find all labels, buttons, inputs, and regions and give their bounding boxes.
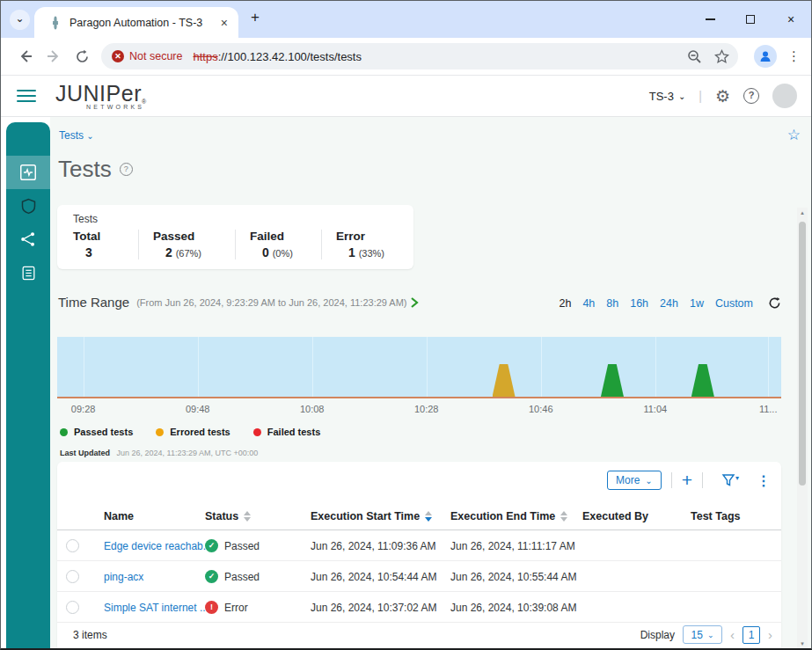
- current-page[interactable]: 1: [743, 626, 760, 644]
- toolbar-divider: [702, 472, 703, 488]
- browser-profile-avatar[interactable]: [754, 45, 777, 68]
- test-name-link[interactable]: Simple SAT internet ...: [104, 602, 208, 614]
- metric-percent: (67%): [176, 248, 201, 259]
- page-size-select[interactable]: 15⌄: [683, 625, 722, 644]
- breadcrumb-chevron-icon: ⌄: [86, 131, 93, 141]
- breadcrumb[interactable]: Tests ⌄: [59, 129, 94, 142]
- sidebar-item-topology[interactable]: [6, 223, 50, 256]
- scrollbar-thumb[interactable]: [799, 222, 806, 486]
- x-tick-label: 10:46: [529, 404, 553, 414]
- zoom-out-icon[interactable]: [687, 49, 702, 64]
- main-panel: Tests ⌄ ☆ Tests ? Tests Total 3 Passed 2…: [50, 117, 811, 649]
- chart-peak-errored-tests: [493, 364, 516, 397]
- scroll-up-icon[interactable]: ▴: [797, 209, 808, 216]
- metric-label: Error: [336, 230, 397, 243]
- x-tick-label: 10:08: [300, 404, 325, 414]
- metric-percent: (0%): [273, 248, 293, 259]
- col-header-name[interactable]: Name: [104, 510, 134, 522]
- sort-icon[interactable]: [244, 511, 251, 522]
- vertical-scrollbar[interactable]: ▴ ▾: [797, 208, 808, 649]
- sidebar-item-dashboard[interactable]: [6, 156, 50, 189]
- row-select-radio[interactable]: [66, 539, 79, 552]
- preset-1w[interactable]: 1w: [690, 297, 704, 310]
- window-maximize-button[interactable]: [730, 1, 771, 38]
- col-header-end-time[interactable]: Execution End Time: [450, 510, 567, 522]
- tests-chart[interactable]: [57, 337, 781, 398]
- more-button[interactable]: More⌄: [607, 471, 662, 490]
- legend-label: Errored tests: [170, 427, 230, 437]
- sort-icon[interactable]: [425, 511, 432, 522]
- preset-4h[interactable]: 4h: [582, 297, 595, 310]
- refresh-icon[interactable]: [768, 296, 781, 310]
- display-label: Display: [640, 629, 675, 641]
- new-tab-button[interactable]: +: [251, 9, 260, 26]
- scroll-down-icon[interactable]: ▾: [797, 640, 808, 647]
- prev-page-icon[interactable]: ‹: [730, 627, 735, 642]
- bookmark-star-icon[interactable]: [714, 49, 729, 64]
- col-header-executed-by[interactable]: Executed By: [582, 510, 648, 522]
- metric-percent: (33%): [359, 248, 384, 259]
- add-test-icon[interactable]: +: [682, 471, 692, 489]
- settings-gear-icon[interactable]: ⚙: [715, 86, 730, 106]
- table-row[interactable]: ping-acx ✓Passed Jun 26, 2024, 10:54:44 …: [57, 561, 781, 592]
- url-text[interactable]: https://100.123.42.100/tests/tests: [193, 50, 680, 63]
- row-select-radio[interactable]: [66, 570, 79, 583]
- not-secure-icon[interactable]: ✕: [112, 50, 124, 62]
- address-bar[interactable]: ✕ Not secure https://100.123.42.100/test…: [101, 43, 738, 69]
- metric-label: Failed: [250, 230, 309, 243]
- preset-2h[interactable]: 2h: [560, 297, 572, 310]
- browser-tab[interactable]: Paragon Automation - TS-3 ×: [34, 7, 238, 38]
- sidebar-item-reports[interactable]: [6, 256, 50, 289]
- passed-check-icon: ✓: [205, 570, 218, 583]
- test-name-link[interactable]: ping-acx: [104, 571, 143, 583]
- start-time: Jun 26, 2024, 10:54:44 AM: [311, 571, 436, 583]
- end-time: Jun 26, 2024, 10:39:08 AM: [450, 602, 576, 614]
- preset-8h[interactable]: 8h: [606, 297, 618, 310]
- filter-caret-icon: ▾: [735, 474, 739, 482]
- chart-gridline: [541, 337, 542, 397]
- user-avatar[interactable]: [772, 84, 797, 108]
- col-header-test-tags[interactable]: Test Tags: [691, 510, 741, 522]
- breadcrumb-label: Tests: [59, 129, 84, 142]
- tab-close-icon[interactable]: ×: [219, 16, 230, 30]
- table-menu-icon[interactable]: ⋮: [757, 472, 771, 489]
- reload-icon[interactable]: [68, 42, 96, 70]
- shield-icon: [19, 197, 38, 215]
- preset-24h[interactable]: 24h: [660, 297, 678, 310]
- chevron-down-icon: ⌄: [645, 476, 652, 486]
- metric-value: 2: [165, 245, 172, 259]
- back-icon[interactable]: [11, 42, 40, 70]
- col-header-start-time[interactable]: Execution Start Time: [311, 510, 432, 522]
- row-select-radio[interactable]: [66, 601, 79, 614]
- tab-search-chevron-icon[interactable]: ⌄: [10, 10, 30, 30]
- chart-x-axis: 09:2809:4810:0810:2810:4611:0411...: [57, 404, 781, 416]
- summary-card-title: Tests: [73, 213, 413, 225]
- expand-range-icon[interactable]: [409, 297, 420, 308]
- col-header-status[interactable]: Status: [205, 510, 251, 522]
- help-icon[interactable]: ?: [743, 88, 759, 104]
- end-time: Jun 26, 2024, 11:11:17 AM: [450, 540, 575, 552]
- filter-icon[interactable]: ▾: [721, 473, 739, 487]
- forward-icon[interactable]: [40, 42, 68, 70]
- more-label: More: [616, 474, 640, 486]
- preset-custom[interactable]: Custom: [715, 297, 753, 310]
- metric-value: 0: [262, 245, 269, 259]
- table-row[interactable]: Edge device reachab... ✓Passed Jun 26, 2…: [57, 530, 781, 561]
- sidebar-item-security[interactable]: [6, 189, 50, 223]
- table-row[interactable]: Simple SAT internet ... !Error Jun 26, 2…: [57, 592, 781, 623]
- page-help-icon[interactable]: ?: [120, 163, 133, 176]
- site-selector[interactable]: TS-3⌄: [649, 90, 686, 103]
- preset-16h[interactable]: 16h: [630, 297, 648, 310]
- favorite-star-icon[interactable]: ☆: [787, 126, 801, 144]
- window-close-button[interactable]: ×: [771, 1, 811, 38]
- chevron-down-icon: ⌄: [707, 631, 714, 639]
- toolbar-divider: [671, 472, 672, 488]
- browser-menu-icon[interactable]: ⋮: [787, 48, 801, 64]
- not-secure-label[interactable]: Not secure: [129, 50, 182, 62]
- next-page-icon[interactable]: ›: [768, 627, 772, 642]
- passed-dot-icon: [60, 428, 68, 436]
- sort-icon[interactable]: [560, 511, 567, 522]
- test-name-link[interactable]: Edge device reachab...: [104, 540, 212, 552]
- menu-hamburger-icon[interactable]: [17, 86, 36, 105]
- window-minimize-button[interactable]: [690, 1, 730, 38]
